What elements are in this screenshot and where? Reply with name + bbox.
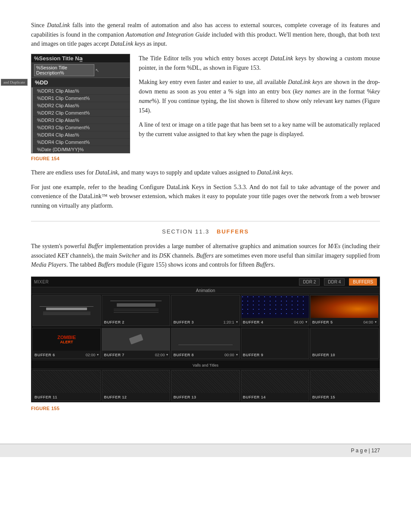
section-title: BUFFERS bbox=[217, 228, 249, 235]
buffers-row3: BUFFER 11 BUFFER 12 BUFFER 13 bbox=[31, 369, 380, 402]
buffer3-footer: BUFFER 3 1:20:1 ▾ bbox=[171, 318, 239, 326]
list-item[interactable]: %DDR4 Clip Comment% bbox=[33, 139, 130, 146]
animation-label: Animation bbox=[31, 287, 380, 294]
buffer14-footer: BUFFER 14 bbox=[241, 393, 309, 401]
buffer7-footer: BUFFER 7 02:00 ▾ bbox=[102, 351, 170, 359]
list-item[interactable]: %DDR4 Clip Alias% bbox=[33, 131, 130, 139]
fig154-caption: FIGURE 154 bbox=[31, 156, 130, 161]
buffer15-label: BUFFER 15 bbox=[312, 395, 377, 399]
buffer11-label: BUFFER 11 bbox=[34, 395, 99, 399]
buffer-cell-14[interactable]: BUFFER 14 bbox=[241, 370, 309, 401]
fig154-para1: The Title Editor tells you which entry b… bbox=[139, 54, 380, 72]
list-item[interactable]: %DDR3 Clip Comment% bbox=[33, 124, 130, 131]
section-number: SECTION 11.3 bbox=[162, 228, 209, 235]
buffer14-label: BUFFER 14 bbox=[243, 395, 307, 399]
buffer-cell-11[interactable]: BUFFER 11 bbox=[32, 370, 101, 401]
list-item[interactable]: %DDR1 Clip Comment% bbox=[33, 95, 130, 102]
buffer-cell-12[interactable]: BUFFER 12 bbox=[102, 370, 170, 401]
buffer4-content bbox=[241, 296, 309, 318]
ddr4-tab[interactable]: DDR 4 bbox=[324, 278, 345, 286]
buffers-panel: MIXER DDR 2 DDR 4 BUFFERS Animation bbox=[31, 277, 380, 402]
buffer-cell-13[interactable]: BUFFER 13 bbox=[171, 370, 240, 401]
list-item[interactable]: %DDR2 Clip Alias% bbox=[33, 102, 130, 109]
buffer12-content bbox=[102, 370, 170, 393]
side-label: and Duplicate bbox=[1, 79, 28, 86]
buffer6-time: 02:00 bbox=[86, 353, 96, 357]
title-input-box[interactable]: %Session Title Description% bbox=[34, 64, 94, 76]
buffer-cell-7[interactable]: BUFFER 7 02:00 ▾ bbox=[102, 328, 170, 359]
buffer-cell-2[interactable]: BUFFER 2 bbox=[102, 295, 170, 326]
buffer-cell-15[interactable]: BUFFER 15 bbox=[310, 370, 379, 401]
fig154-section: and Duplicate %Session Title Na̲ %Sessio… bbox=[31, 54, 380, 161]
buffer-cell-3[interactable]: BUFFER 3 1:20:1 ▾ bbox=[171, 295, 240, 326]
buffer10-content bbox=[311, 328, 378, 351]
page-footer: P a g e | 127 bbox=[0, 444, 411, 457]
list-item[interactable]: %Date {DD/MM/YY}% bbox=[33, 146, 130, 153]
buffer5-arrow: ▾ bbox=[375, 320, 377, 324]
dd-label: %DD bbox=[31, 78, 130, 87]
buffer13-label: BUFFER 13 bbox=[173, 395, 237, 399]
list-item[interactable]: %DDR1 Clip Alias% bbox=[33, 87, 130, 95]
zombie-sub: ALERT bbox=[60, 340, 73, 344]
buffer2-content bbox=[102, 296, 170, 318]
buffer9-label: BUFFER 9 bbox=[243, 353, 307, 357]
buffer3-time: 1:20:1 bbox=[224, 320, 234, 324]
buffer11-content bbox=[33, 370, 100, 393]
buffer6-content: ZOMBIE ALERT bbox=[33, 328, 100, 351]
page-number: P a g e | 127 bbox=[351, 448, 380, 454]
title-input-row: %Session Title Description% ↖ bbox=[31, 63, 130, 78]
valls-label: Valls and Titles bbox=[193, 363, 218, 367]
list-item[interactable]: %DDR2 Clip Comment% bbox=[33, 109, 130, 117]
buffer8-label: BUFFER 8 bbox=[173, 353, 223, 357]
buffers-topbar: MIXER DDR 2 DDR 4 BUFFERS bbox=[31, 277, 380, 287]
fig154-left: and Duplicate %Session Title Na̲ %Sessio… bbox=[31, 54, 130, 161]
page-content: Since DataLink falls into the general re… bbox=[0, 0, 411, 435]
buffer-cell-9[interactable]: BUFFER 9 bbox=[241, 328, 309, 359]
buffer-cell-6[interactable]: ZOMBIE ALERT BUFFER 6 02:00 ▾ bbox=[32, 328, 101, 359]
mixer-label: MIXER bbox=[34, 280, 49, 284]
buffer-cell-1[interactable]: BUFFER 1 bbox=[32, 295, 101, 326]
zombie-text: ZOMBIE bbox=[57, 335, 76, 340]
buffers-paragraph: The system's powerful Buffer implementat… bbox=[31, 242, 380, 270]
title-editor-mockup: %Session Title Na̲ %Session Title Descri… bbox=[31, 54, 130, 153]
gun-shape bbox=[129, 334, 143, 345]
buffer7-arrow: ▾ bbox=[166, 353, 168, 357]
buffer4-footer: BUFFER 4 04:00 ▾ bbox=[241, 318, 309, 326]
dot-grid bbox=[242, 296, 308, 317]
buffer15-content bbox=[311, 370, 378, 393]
section-heading: SECTION 11.3 BUFFERS bbox=[31, 228, 380, 235]
buffer4-time: 04:00 bbox=[294, 320, 304, 324]
buffer3-label: BUFFER 3 bbox=[173, 320, 221, 324]
list-item[interactable]: %DDR3 Clip Alias% bbox=[33, 117, 130, 124]
buffer-cell-5[interactable]: BUFFER 5 04:00 ▾ bbox=[310, 295, 379, 326]
buffer3-content bbox=[171, 296, 239, 318]
buffer9-content bbox=[241, 328, 309, 351]
buffer2-label: BUFFER 2 bbox=[104, 320, 168, 324]
buffer15-footer: BUFFER 15 bbox=[311, 393, 378, 401]
buffer7-label: BUFFER 7 bbox=[104, 353, 153, 357]
buffer-cell-8[interactable]: BUFFER 8 00:00 ▾ bbox=[171, 328, 240, 359]
buffer14-content bbox=[241, 370, 309, 393]
buffer-cell-10[interactable]: BUFFER 10 bbox=[310, 328, 379, 359]
buffer8-footer: BUFFER 8 00:00 ▾ bbox=[171, 351, 239, 359]
buffer8-time: 00:00 bbox=[224, 353, 234, 357]
buffers-tab[interactable]: BUFFERS bbox=[349, 278, 377, 286]
buffer11-footer: BUFFER 11 bbox=[33, 393, 100, 401]
buffer-cell-4[interactable]: BUFFER 4 04:00 ▾ bbox=[241, 295, 309, 326]
buffer7-content bbox=[102, 328, 170, 351]
buffer12-footer: BUFFER 12 bbox=[102, 393, 170, 401]
buffer5-time: 04:00 bbox=[363, 320, 373, 324]
buffers-row1: BUFFER 1 BUFFER 2 bbox=[31, 294, 380, 327]
buffer12-label: BUFFER 12 bbox=[104, 395, 168, 399]
para-endless: There are endless uses for DataLink, and… bbox=[31, 168, 380, 177]
cursor-icon: ↖ bbox=[95, 68, 99, 73]
buffer13-footer: BUFFER 13 bbox=[171, 393, 239, 401]
fig155-caption: FIGURE 155 bbox=[31, 406, 380, 411]
ddr2-tab[interactable]: DDR 2 bbox=[299, 278, 320, 286]
buffer5-footer: BUFFER 5 04:00 ▾ bbox=[311, 318, 378, 326]
buffer3-arrow: ▾ bbox=[236, 320, 238, 324]
fig154-para3: A line of text or image on a title page … bbox=[139, 120, 380, 139]
buffer10-label: BUFFER 10 bbox=[312, 353, 377, 357]
fig154-para2: Making key entry even faster and easier … bbox=[139, 78, 380, 115]
buffer9-footer: BUFFER 9 bbox=[241, 351, 309, 359]
